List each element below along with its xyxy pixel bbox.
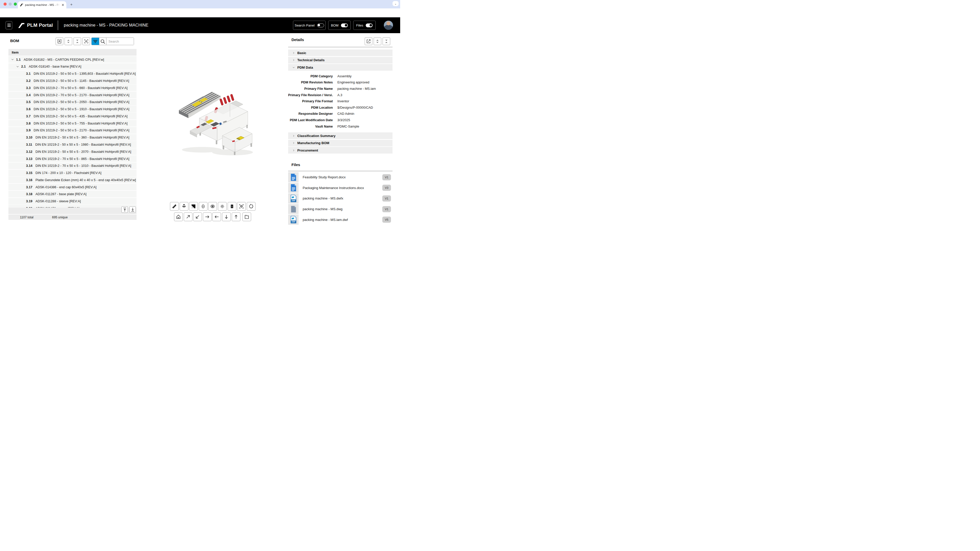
bom-row[interactable]: 3.13DIN EN 10219-2 - 70 x 50 x 5 - 865 -… <box>8 156 137 162</box>
bom-row[interactable]: 2.1ADSK-018140 - base frame [REV:A] <box>8 63 137 70</box>
svg-text:DWF: DWF <box>291 200 295 202</box>
search-panel-toggle[interactable]: Search Panel <box>293 21 326 30</box>
arrow-sw-button[interactable] <box>193 213 202 221</box>
file-row-body: packing machine - MS.dwfxV1 <box>299 193 393 203</box>
bom-row[interactable]: 3.18ADSK-011287 - base plate [REV:A] <box>8 191 137 197</box>
arrow-ne-button[interactable] <box>184 213 192 221</box>
measure-button[interactable] <box>170 202 179 211</box>
bom-row[interactable]: 3.7DIN EN 10219-2 - 50 x 50 x 5 - 435 - … <box>8 113 137 119</box>
hide-button[interactable] <box>199 202 207 211</box>
avatar[interactable] <box>384 21 393 30</box>
bom-row[interactable]: 3.15DIN 174 - 200 x 10 - 120 - Flachstah… <box>8 170 137 176</box>
toggle-on-icon[interactable] <box>341 24 348 27</box>
bom-row[interactable]: 3.4DIN EN 10219-2 - 70 x 50 x 5 - 2170 -… <box>8 92 137 98</box>
pdm-field-value: PDMC-Sample <box>337 124 359 128</box>
bom-row[interactable]: 3.19ADSK-011288 - sleeve [REV:A] <box>8 198 137 205</box>
file-row[interactable]: packing machine - MS.dwgV1 <box>288 204 393 214</box>
expand-all-button[interactable] <box>65 38 72 45</box>
search-input[interactable] <box>107 38 134 45</box>
row-number: 3.10 <box>26 135 32 139</box>
pdm-field-value: $/Designs/P-00000/CAD <box>337 106 373 110</box>
bom-row[interactable]: 3.3DIN EN 10219-2 - 70 x 50 x 5 - 660 - … <box>8 84 137 91</box>
explode-button[interactable] <box>180 202 188 211</box>
fit-width-button[interactable] <box>83 38 90 45</box>
pdm-field-value: CAD Admin <box>337 112 354 116</box>
row-text: DIN EN 10219-2 - 50 x 50 x 5 - 1145 - Ba… <box>34 79 129 83</box>
arrow-left-button[interactable] <box>212 213 221 221</box>
new-tab-button[interactable]: ＋ <box>69 2 73 6</box>
eye-button[interactable] <box>208 202 217 211</box>
expand-all-button[interactable] <box>374 38 381 45</box>
browser-tab[interactable]: packing machine - MS - PACKING MACHINE ✕ <box>18 1 66 8</box>
chevron-right-icon <box>292 141 295 144</box>
scroll-to-bottom-button[interactable] <box>129 206 136 213</box>
arrow-right-button[interactable] <box>203 213 212 221</box>
file-version-badge: V1 <box>382 174 391 180</box>
minimize-window-icon[interactable] <box>9 3 12 6</box>
bom-row[interactable]: 3.16Platte Gerundete Ecken (mm) 40 x 40 … <box>8 176 137 183</box>
details-divider <box>288 47 393 48</box>
bom-row[interactable]: 1.1ADSK-018182 - MS - CARTON FEEDING CPL… <box>8 56 137 63</box>
bom-row[interactable]: 3.10DIN EN 10219-2 - 50 x 50 x 5 - 360 -… <box>8 134 137 141</box>
fit-view-button[interactable] <box>237 202 246 211</box>
bom-row[interactable]: 3.5DIN EN 10219-2 - 50 x 50 x 5 - 2050 -… <box>8 99 137 105</box>
bom-row[interactable]: 3.9DIN EN 10219-2 - 50 x 50 x 5 - 2170 -… <box>8 127 137 134</box>
arrow-up-button[interactable] <box>232 213 240 221</box>
download-button[interactable] <box>56 38 63 45</box>
pdm-field-row: PDM Last Modification Date3/3/2025 <box>288 117 393 123</box>
file-row[interactable]: Feasibility Study Report.docxV1 <box>288 172 393 183</box>
bom-row[interactable]: 3.17ADSK-014386 - end cap 60x40x5 [REV:A… <box>8 184 137 190</box>
filter-icon[interactable] <box>92 38 99 45</box>
rotate-button[interactable] <box>247 202 256 211</box>
viewer-3d[interactable]: 1 <box>137 33 288 225</box>
row-text: Platte Gerundete Ecken (mm) 40 x 40 x 5 … <box>35 178 136 182</box>
section-manufacturing-bom[interactable]: Manufacturing BOM <box>288 140 393 146</box>
toggle-on-icon[interactable] <box>366 24 372 27</box>
file-row[interactable]: DWFpacking machine - MS.dwfxV1 <box>288 193 393 203</box>
scroll-to-top-button[interactable] <box>121 206 128 213</box>
file-name: packing machine - MS.dwfx <box>303 197 382 200</box>
folder-button[interactable] <box>242 213 251 221</box>
chevron-down-icon[interactable] <box>16 65 20 68</box>
tab-close-icon[interactable]: ✕ <box>62 3 64 6</box>
brightness-button[interactable] <box>218 202 227 211</box>
files-divider <box>288 171 393 171</box>
maximize-window-icon[interactable] <box>14 3 17 6</box>
row-text: ADSK-011287 - base plate [REV:A] <box>35 192 86 196</box>
toggle-off-icon[interactable] <box>317 24 324 27</box>
open-external-button[interactable] <box>365 38 372 45</box>
bom-row[interactable]: 3.1DIN EN 10219-2 - 50 x 50 x 5 - 1395,6… <box>8 70 137 77</box>
collapse-all-button[interactable] <box>383 38 390 45</box>
home-button[interactable] <box>174 213 183 221</box>
bom-row[interactable]: 3.12DIN EN 10219-2 - 50 x 50 x 5 - 2070 … <box>8 148 137 155</box>
section-procurement[interactable]: Procurement <box>288 147 393 154</box>
bom-row[interactable]: 3.6DIN EN 10219-2 - 50 x 50 x 5 - 1910 -… <box>8 106 137 112</box>
row-number: 3.3 <box>26 86 30 90</box>
section-pdm-data[interactable]: PDM Data <box>288 64 393 71</box>
section-label: Technical Details <box>298 58 325 62</box>
files-toggle[interactable]: Files <box>353 21 375 30</box>
section-classification-summary[interactable]: Classification Summary <box>288 132 393 139</box>
section-basic[interactable]: Basic <box>288 49 393 56</box>
main-menu-button[interactable] <box>6 21 12 29</box>
bom-row[interactable]: 3.8DIN EN 10219-2 - 50 x 50 x 5 - 755 - … <box>8 120 137 127</box>
bom-row[interactable]: 3.11DIN EN 10219-2 - 50 x 50 x 5 - 1980 … <box>8 141 137 148</box>
window-controls[interactable] <box>3 3 17 6</box>
pdm-field-label: Primary File Revision / Versi… <box>288 93 333 97</box>
file-row[interactable]: Packaging Maintenance Instructions.docxV… <box>288 183 393 193</box>
file-row[interactable]: DWFpacking machine - MS.iam.dwfV5 <box>288 214 393 225</box>
bom-toggle[interactable]: BOM <box>328 21 351 30</box>
screenshot-button[interactable] <box>189 202 198 211</box>
chevron-down-icon[interactable] <box>11 57 14 62</box>
bom-row[interactable]: 3.20ADSK-011471 - cover [REV:A] <box>8 205 137 208</box>
section-technical-details[interactable]: Technical Details <box>288 57 393 64</box>
bom-row[interactable]: 3.14DIN EN 10219-2 - 70 x 50 x 5 - 1010 … <box>8 162 137 169</box>
tab-search-button[interactable]: ⌄ <box>393 1 399 6</box>
collapse-all-button[interactable] <box>73 38 81 45</box>
bom-row[interactable]: 3.2DIN EN 10219-2 - 50 x 50 x 5 - 1145 -… <box>8 77 137 84</box>
row-number: 3.8 <box>26 121 30 125</box>
close-window-icon[interactable] <box>3 3 6 6</box>
single-view-button[interactable]: 1 <box>228 202 236 211</box>
search-icon[interactable] <box>99 38 107 45</box>
arrow-down-button[interactable] <box>222 213 231 221</box>
